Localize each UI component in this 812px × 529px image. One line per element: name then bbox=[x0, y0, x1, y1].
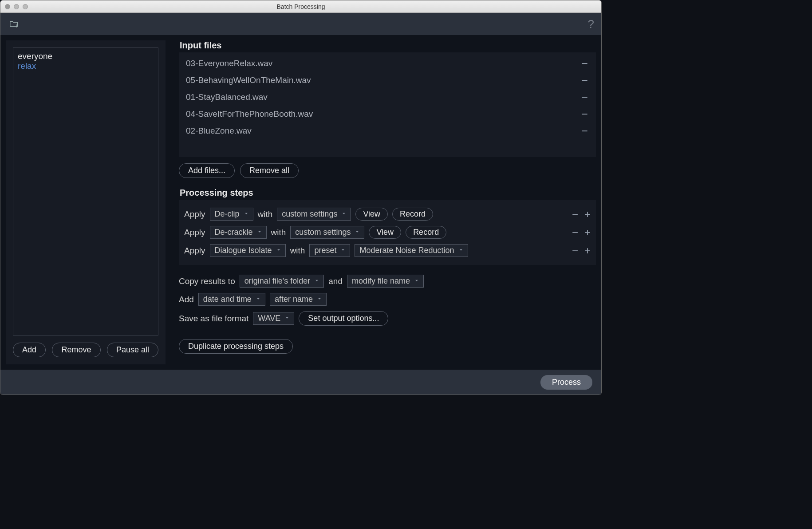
chevron-down-icon bbox=[340, 246, 346, 255]
preset-list[interactable]: everyone relax bbox=[13, 47, 158, 336]
file-name: 05-BehavingWellOnTheMain.wav bbox=[186, 75, 311, 85]
save-format-label: Save as file format bbox=[179, 314, 248, 324]
remove-file-icon[interactable]: − bbox=[580, 125, 589, 137]
step-add-remove: −+ bbox=[572, 209, 591, 220]
with-label: with bbox=[258, 209, 273, 219]
add-step-icon[interactable]: + bbox=[584, 209, 591, 220]
set-output-options-button[interactable]: Set output options... bbox=[299, 311, 388, 326]
duplicate-steps-button[interactable]: Duplicate processing steps bbox=[179, 339, 293, 354]
remove-all-button[interactable]: Remove all bbox=[240, 163, 299, 178]
preset-name-select[interactable]: Moderate Noise Reduction bbox=[355, 244, 468, 257]
chevron-down-icon bbox=[354, 228, 360, 237]
processing-step-row: ApplyDe-clipwithcustom settingsViewRecor… bbox=[184, 205, 591, 223]
add-files-button[interactable]: Add files... bbox=[179, 163, 235, 178]
footer: Process bbox=[0, 370, 601, 395]
apply-label: Apply bbox=[184, 246, 205, 256]
file-name: 02-BlueZone.wav bbox=[186, 126, 252, 136]
processing-step-row: ApplyDialogue IsolatewithpresetModerate … bbox=[184, 241, 591, 260]
format-select[interactable]: WAVE bbox=[253, 312, 294, 325]
file-name: 03-EveryoneRelax.wav bbox=[186, 59, 272, 68]
remove-file-icon[interactable]: − bbox=[580, 108, 589, 120]
chevron-down-icon bbox=[243, 209, 249, 219]
right-panel: Input files 03-EveryoneRelax.wav−05-Beha… bbox=[179, 40, 596, 364]
settings-mode-select[interactable]: custom settings bbox=[277, 208, 351, 221]
destination-select[interactable]: original file's folder bbox=[240, 275, 324, 288]
effect-select[interactable]: Dialogue Isolate bbox=[210, 244, 286, 257]
file-row[interactable]: 05-BehavingWellOnTheMain.wav− bbox=[184, 72, 591, 89]
add-step-icon[interactable]: + bbox=[584, 245, 591, 256]
file-row[interactable]: 02-BlueZone.wav− bbox=[184, 122, 591, 139]
input-files-panel: 03-EveryoneRelax.wav−05-BehavingWellOnTh… bbox=[179, 52, 596, 157]
processing-steps-panel: ApplyDe-clipwithcustom settingsViewRecor… bbox=[179, 200, 596, 265]
processing-step-row: ApplyDe-cracklewithcustom settingsViewRe… bbox=[184, 223, 591, 241]
window-controls bbox=[5, 4, 28, 9]
remove-file-icon[interactable]: − bbox=[580, 75, 589, 86]
remove-preset-button[interactable]: Remove bbox=[52, 343, 100, 357]
file-name: 04-SaveItForThePhoneBooth.wav bbox=[186, 109, 313, 119]
copy-results-row: Copy results to original file's folder a… bbox=[179, 275, 596, 288]
add-label: Add bbox=[179, 295, 194, 304]
remove-file-icon[interactable]: − bbox=[580, 58, 589, 69]
chevron-down-icon bbox=[255, 295, 261, 304]
file-row[interactable]: 04-SaveItForThePhoneBooth.wav− bbox=[184, 106, 591, 122]
file-name: 01-StayBalanced.wav bbox=[186, 92, 268, 102]
add-what-select[interactable]: date and time bbox=[198, 293, 265, 306]
close-window-button[interactable] bbox=[5, 4, 10, 9]
help-icon[interactable]: ? bbox=[588, 17, 594, 31]
add-where-select[interactable]: after name bbox=[270, 293, 327, 306]
chevron-down-icon bbox=[284, 314, 290, 323]
chevron-down-icon bbox=[314, 276, 320, 286]
apply-label: Apply bbox=[184, 209, 205, 219]
preset-buttons: Add Remove Pause all bbox=[13, 343, 158, 357]
minimize-window-button[interactable] bbox=[14, 4, 19, 9]
chevron-down-icon bbox=[316, 295, 323, 304]
main-content: everyone relax Add Remove Pause all Inpu… bbox=[0, 35, 601, 370]
add-preset-button[interactable]: Add bbox=[13, 343, 46, 357]
step-add-remove: −+ bbox=[572, 227, 591, 238]
and-label: and bbox=[328, 276, 343, 286]
copy-results-label: Copy results to bbox=[179, 276, 235, 286]
remove-step-icon[interactable]: − bbox=[572, 245, 578, 256]
chevron-down-icon bbox=[341, 209, 347, 219]
view-button[interactable]: View bbox=[369, 226, 401, 239]
step-add-remove: −+ bbox=[572, 245, 591, 256]
settings-mode-select[interactable]: custom settings bbox=[290, 226, 364, 239]
preset-panel: everyone relax Add Remove Pause all bbox=[6, 40, 166, 364]
input-files-label: Input files bbox=[180, 40, 596, 51]
add-suffix-row: Add date and time after name bbox=[179, 293, 596, 306]
chevron-down-icon bbox=[414, 276, 420, 286]
file-row[interactable]: 01-StayBalanced.wav− bbox=[184, 89, 591, 106]
apply-label: Apply bbox=[184, 228, 205, 237]
remove-file-icon[interactable]: − bbox=[580, 91, 589, 103]
file-buttons-row: Add files... Remove all bbox=[179, 163, 596, 178]
name-mode-select[interactable]: modify file name bbox=[347, 275, 424, 288]
duplicate-row: Duplicate processing steps bbox=[179, 339, 596, 354]
effect-select[interactable]: De-crackle bbox=[210, 226, 267, 239]
process-button[interactable]: Process bbox=[540, 375, 592, 390]
settings-mode-select[interactable]: preset bbox=[309, 244, 350, 257]
chevron-down-icon bbox=[458, 246, 464, 255]
record-button[interactable]: Record bbox=[392, 208, 433, 221]
add-step-icon[interactable]: + bbox=[584, 227, 591, 238]
record-button[interactable]: Record bbox=[406, 226, 446, 239]
effect-select[interactable]: De-clip bbox=[210, 208, 253, 221]
open-folder-icon[interactable] bbox=[8, 18, 20, 30]
window-title: Batch Processing bbox=[0, 3, 601, 10]
chevron-down-icon bbox=[256, 228, 263, 237]
pause-all-button[interactable]: Pause all bbox=[107, 343, 158, 357]
file-row[interactable]: 03-EveryoneRelax.wav− bbox=[184, 55, 591, 72]
output-area: Copy results to original file's folder a… bbox=[179, 275, 596, 354]
preset-line-1: everyone bbox=[18, 51, 154, 61]
titlebar: Batch Processing bbox=[0, 0, 601, 13]
with-label: with bbox=[271, 228, 286, 237]
remove-step-icon[interactable]: − bbox=[572, 227, 578, 238]
remove-step-icon[interactable]: − bbox=[572, 209, 578, 220]
chevron-down-icon bbox=[276, 246, 282, 255]
processing-steps-label: Processing steps bbox=[180, 188, 596, 198]
batch-processing-window: Batch Processing ? everyone relax Add Re… bbox=[0, 0, 602, 395]
view-button[interactable]: View bbox=[355, 208, 388, 221]
save-format-row: Save as file format WAVE Set output opti… bbox=[179, 311, 596, 326]
zoom-window-button[interactable] bbox=[23, 4, 28, 9]
preset-line-2: relax bbox=[18, 61, 154, 71]
toolbar: ? bbox=[0, 13, 601, 35]
